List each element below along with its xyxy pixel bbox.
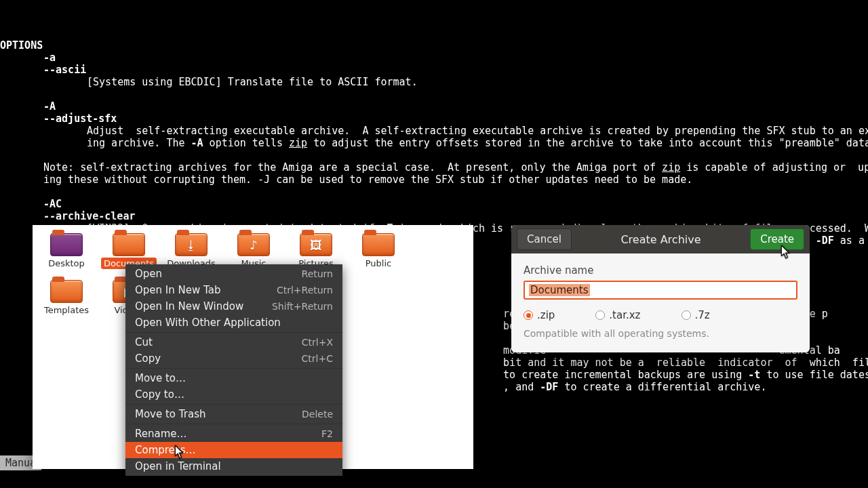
menu-separator <box>125 332 342 333</box>
menu-item-accel: Return <box>302 268 333 279</box>
archive-name-label: Archive name <box>524 264 797 277</box>
menu-item-label: Copy <box>135 352 161 365</box>
dialog-body: Archive name Documents .zip.tar.xz.7z Co… <box>511 253 810 352</box>
menu-item-open[interactable]: OpenReturn <box>125 266 342 282</box>
folder-icon: ♪ <box>237 233 270 256</box>
man-flag: --ascii <box>43 64 86 76</box>
dialog-title: Create Archive <box>572 233 750 246</box>
menu-item-label: Open in Terminal <box>135 460 221 472</box>
menu-item-label: Move to Trash <box>135 408 205 420</box>
menu-item-label: Open <box>135 268 162 280</box>
folder-music[interactable]: ♪Music <box>225 228 282 269</box>
menu-item-accel: Shift+Return <box>272 301 333 312</box>
context-menu[interactable]: OpenReturnOpen In New TabCtrl+ReturnOpen… <box>125 264 342 476</box>
folder-downloads[interactable]: ⭳Downloads <box>163 228 220 269</box>
menu-item-label: Compress… <box>135 444 195 456</box>
menu-item-move-to-trash[interactable]: Move to TrashDelete <box>125 406 342 422</box>
menu-item-open-in-new-window[interactable]: Open In New WindowShift+Return <box>125 298 342 314</box>
man-desc: Adjust self-extracting executable archiv… <box>87 125 868 137</box>
radio-label: .7z <box>695 309 710 321</box>
menu-item-accel: Delete <box>302 409 333 420</box>
folder-desktop[interactable]: Desktop <box>38 228 95 269</box>
man-flag: -A <box>43 100 56 113</box>
format-radio-tarxz[interactable]: .tar.xz <box>595 309 640 321</box>
radio-dot-icon <box>595 310 605 320</box>
menu-separator <box>125 404 342 405</box>
radio-dot-icon <box>524 310 533 320</box>
radio-label: .zip <box>537 309 555 321</box>
radio-label: .tar.xz <box>609 309 640 321</box>
create-archive-dialog[interactable]: Cancel Create Archive Create Archive nam… <box>511 225 810 352</box>
menu-item-cut[interactable]: CutCtrl+X <box>125 334 342 350</box>
dialog-header: Cancel Create Archive Create <box>511 225 810 253</box>
folder-label: Templates <box>41 304 92 316</box>
folder-icon <box>362 233 395 256</box>
format-radio-group[interactable]: .zip.tar.xz.7z <box>524 309 797 321</box>
menu-item-label: Open In New Tab <box>135 284 220 296</box>
menu-item-label: Open With Other Application <box>135 317 281 329</box>
folder-label: Desktop <box>45 258 87 269</box>
menu-separator <box>125 368 342 369</box>
man-flag: -AC <box>43 198 62 210</box>
menu-item-label: Open In New Window <box>135 300 243 312</box>
menu-item-open-in-terminal[interactable]: Open in Terminal <box>125 458 342 474</box>
menu-separator <box>125 424 342 424</box>
menu-item-label: Move to… <box>135 372 186 384</box>
folder-icon: ⭳ <box>175 233 208 256</box>
folder-templates[interactable]: Templates <box>38 274 95 316</box>
menu-item-label: Copy to… <box>135 388 184 401</box>
menu-item-accel: F2 <box>321 428 333 439</box>
menu-item-copy[interactable]: CopyCtrl+C <box>125 350 342 367</box>
menu-item-accel: Ctrl+C <box>302 353 333 364</box>
cancel-button[interactable]: Cancel <box>517 228 572 250</box>
menu-item-copy-to[interactable]: Copy to… <box>125 386 342 403</box>
format-radio-7z[interactable]: .7z <box>682 309 710 321</box>
man-flag: --archive-clear <box>43 210 135 222</box>
folder-documents[interactable]: Documents <box>100 228 157 269</box>
menu-item-compress[interactable]: Compress… <box>125 442 342 458</box>
folder-label: Public <box>363 258 394 269</box>
man-flag: -a <box>43 52 56 64</box>
man-section-header: OPTIONS <box>0 39 43 52</box>
format-hint: Compatible with all operating systems. <box>524 328 797 339</box>
menu-item-move-to[interactable]: Move to… <box>125 370 342 386</box>
folder-pictures[interactable]: 🖼Pictures <box>288 228 344 269</box>
folder-public[interactable]: Public <box>350 228 407 269</box>
archive-name-value: Documents <box>529 284 590 296</box>
folder-icon <box>50 280 83 303</box>
menu-item-accel: Ctrl+X <box>302 337 333 348</box>
archive-name-input[interactable]: Documents <box>524 281 797 300</box>
menu-item-accel: Ctrl+Return <box>277 285 333 296</box>
radio-dot-icon <box>682 310 691 320</box>
folder-icon: 🖼 <box>300 233 332 256</box>
menu-item-open-with-other-application[interactable]: Open With Other Application <box>125 314 342 331</box>
format-radio-zip[interactable]: .zip <box>524 309 555 321</box>
man-desc: [Systems using EBCDIC] Translate file to… <box>0 76 418 88</box>
menu-item-open-in-new-tab[interactable]: Open In New TabCtrl+Return <box>125 282 342 298</box>
desktop-icon <box>50 233 83 256</box>
menu-item-label: Cut <box>135 336 153 348</box>
create-button[interactable]: Create <box>750 228 804 250</box>
man-flag: --adjust-sfx <box>43 113 117 125</box>
menu-item-rename[interactable]: Rename…F2 <box>125 426 342 442</box>
menu-item-label: Rename… <box>135 428 187 440</box>
folder-icon <box>113 233 145 256</box>
